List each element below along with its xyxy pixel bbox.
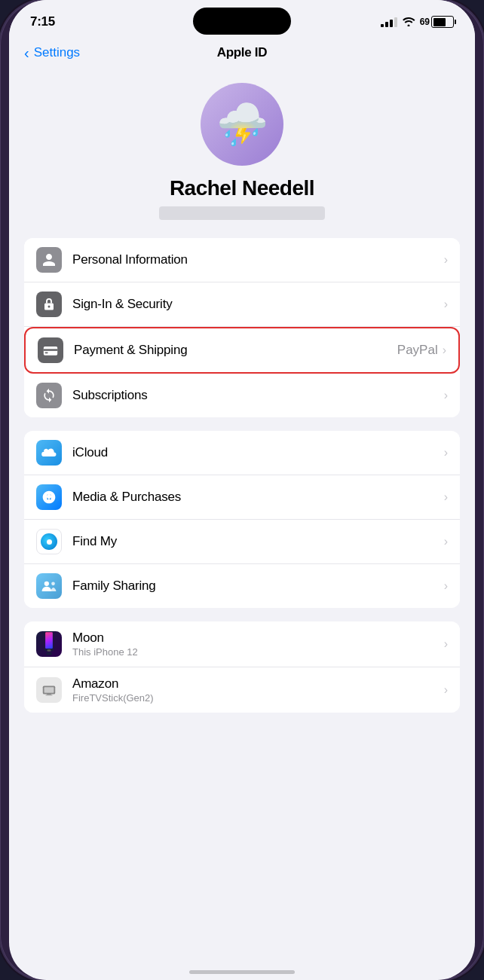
find-my-chevron: › [444, 535, 448, 548]
media-purchases-icon [36, 484, 62, 510]
family-sharing-row[interactable]: Family Sharing › [24, 564, 460, 608]
payment-shipping-chevron: › [443, 343, 446, 357]
devices-group: Moon This iPhone 12 › [24, 621, 460, 713]
signin-security-icon [36, 292, 62, 317]
amazon-device-icon [36, 677, 62, 703]
battery-fill [433, 18, 446, 26]
personal-information-label: Personal Information [72, 252, 444, 267]
icloud-icon [36, 440, 62, 466]
nav-bar: ‹ Settings Apple ID [9, 39, 475, 63]
subscriptions-icon [36, 383, 62, 408]
moon-device-icon [36, 631, 62, 657]
payment-shipping-label: Payment & Shipping [74, 343, 397, 358]
amazon-device-label: Amazon [72, 676, 444, 691]
back-chevron-icon: ‹ [24, 44, 29, 62]
icloud-row[interactable]: iCloud › [24, 431, 460, 475]
personal-information-icon [36, 247, 62, 273]
moon-device-subtitle: This iPhone 12 [72, 646, 444, 658]
media-purchases-label: Media & Purchases [72, 490, 444, 505]
family-sharing-label: Family Sharing [72, 579, 444, 594]
payment-shipping-row[interactable]: Payment & Shipping PayPal › [24, 327, 460, 374]
family-sharing-chevron: › [444, 579, 448, 593]
subscriptions-row[interactable]: Subscriptions › [24, 374, 460, 417]
family-sharing-icon [36, 573, 62, 599]
svg-rect-14 [44, 687, 54, 692]
personal-information-row[interactable]: Personal Information › [24, 238, 460, 282]
find-my-row[interactable]: Find My › [24, 520, 460, 564]
account-settings-group: Personal Information › Sign-In & Securit… [24, 238, 460, 417]
content-area: ⛈️ Rachel Needell Personal Information › [9, 63, 475, 962]
svg-point-1 [48, 306, 51, 308]
find-my-label: Find My [72, 534, 444, 549]
payment-shipping-icon [38, 337, 63, 363]
profile-section: ⛈️ Rachel Needell [24, 75, 460, 238]
svg-rect-4 [45, 353, 48, 354]
status-time: 7:15 [30, 14, 55, 29]
media-purchases-row[interactable]: Media & Purchases › [24, 475, 460, 520]
page-title: Apple ID [217, 45, 268, 60]
profile-name: Rachel Needell [170, 176, 314, 200]
svg-rect-10 [47, 649, 51, 651]
profile-email-blurred [159, 206, 325, 220]
amazon-device-subtitle: FireTVStick(Gen2) [72, 692, 444, 704]
phone-screen: 7:15 69 [9, 0, 475, 980]
signal-icon [381, 17, 397, 27]
moon-device-row[interactable]: Moon This iPhone 12 › [24, 621, 460, 667]
back-label: Settings [34, 45, 80, 60]
media-purchases-chevron: › [444, 490, 448, 504]
subscriptions-chevron: › [444, 389, 448, 402]
amazon-device-content: Amazon FireTVStick(Gen2) [72, 676, 444, 704]
icloud-chevron: › [444, 446, 448, 459]
home-indicator [189, 970, 295, 974]
subscriptions-label: Subscriptions [72, 388, 444, 403]
svg-rect-15 [47, 694, 51, 695]
svg-rect-9 [45, 632, 53, 649]
moon-device-label: Moon [72, 630, 444, 646]
svg-point-5 [44, 582, 49, 586]
dynamic-island [193, 8, 291, 35]
status-icons: 69 [381, 16, 454, 29]
wifi-icon [402, 16, 415, 29]
svg-rect-3 [44, 349, 57, 351]
battery-box [431, 16, 454, 28]
payment-shipping-value: PayPal [397, 343, 438, 358]
svg-point-6 [51, 582, 55, 586]
svg-rect-16 [45, 695, 52, 695]
amazon-device-chevron: › [444, 683, 448, 697]
battery-indicator: 69 [420, 16, 454, 28]
signin-security-chevron: › [444, 298, 448, 311]
signin-security-row[interactable]: Sign-In & Security › [24, 282, 460, 327]
amazon-device-row[interactable]: Amazon FireTVStick(Gen2) › [24, 667, 460, 713]
signin-security-label: Sign-In & Security [72, 297, 444, 312]
phone-frame: 7:15 69 [0, 0, 484, 980]
find-my-icon [36, 529, 62, 554]
personal-information-chevron: › [444, 253, 448, 267]
back-button[interactable]: ‹ Settings [24, 44, 80, 62]
moon-device-content: Moon This iPhone 12 [72, 630, 444, 658]
battery-text: 69 [420, 17, 430, 27]
avatar: ⛈️ [201, 83, 283, 166]
icloud-label: iCloud [72, 445, 444, 460]
svg-rect-11 [46, 652, 51, 655]
apple-services-group: iCloud › Media & Purchases › [24, 431, 460, 608]
moon-device-chevron: › [444, 637, 448, 651]
